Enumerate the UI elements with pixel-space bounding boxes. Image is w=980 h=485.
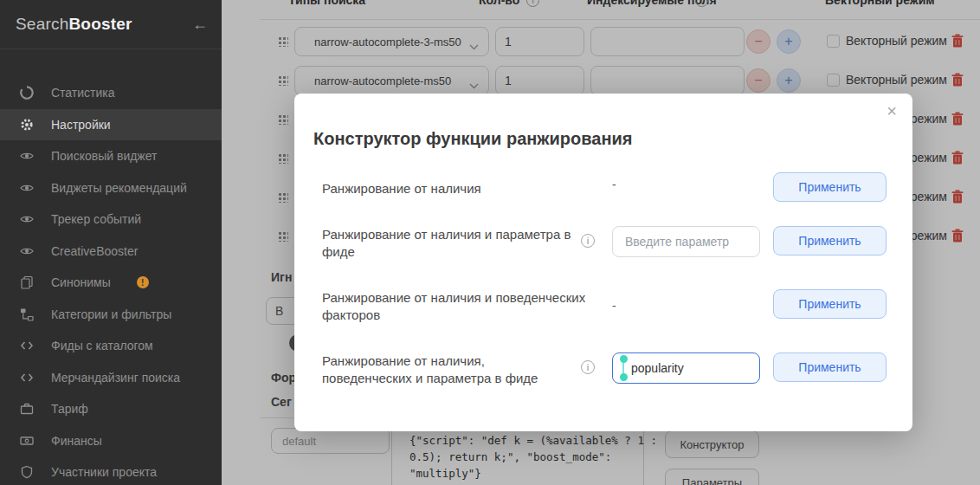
logo-part-search: Search: [16, 15, 68, 33]
sidebar: SearchBooster ← Статистика Настройки: [0, 0, 222, 485]
sidebar-item-settings[interactable]: Настройки: [0, 109, 222, 141]
ranking-option-row: Ранжирование от наличия и поведенческих …: [322, 289, 887, 320]
label-line: фиде: [322, 243, 592, 261]
ranking-option-label: Ранжирование от наличия и поведенческих …: [322, 289, 592, 324]
sidebar-item-label: Фиды с каталогом: [51, 339, 153, 352]
ranking-option-label: Ранжирование от наличия, поведенческих и…: [322, 352, 592, 387]
close-icon[interactable]: ×: [887, 102, 897, 120]
info-icon[interactable]: i: [581, 234, 595, 248]
sidebar-item-statistics[interactable]: Статистика: [0, 77, 222, 109]
label-line: Ранжирование от наличия и параметра в: [322, 226, 592, 243]
ranking-option-label: Ранжирование от наличия: [322, 180, 592, 197]
sidebar-item-label: Синонимы: [51, 275, 111, 289]
app-root: SearchBooster ← Статистика Настройки: [0, 0, 980, 485]
ranking-constructor-modal: Конструктор функции ранжирования × Ранжи…: [294, 94, 912, 431]
gear-icon: [19, 117, 34, 132]
info-icon[interactable]: i: [581, 360, 595, 374]
sidebar-item-tariff[interactable]: Тариф: [0, 393, 222, 425]
label-line: факторов: [322, 307, 592, 324]
sidebar-item-label: Настройки: [51, 118, 111, 132]
apply-button[interactable]: Применить: [773, 352, 887, 382]
sidebar-item-reco-widgets[interactable]: Виджеты рекомендаций: [0, 172, 222, 204]
code-icon: [19, 339, 34, 353]
ranking-option-label: Ранжирование от наличия и параметра в фи…: [322, 226, 592, 261]
ranking-option-row: Ранжирование от наличия и параметра в фи…: [322, 226, 887, 257]
sidebar-item-catalog-feeds[interactable]: Фиды с каталогом: [0, 330, 222, 362]
sidebar-item-finances[interactable]: Финансы: [0, 425, 222, 457]
sidebar-item-synonyms[interactable]: Синонимы !: [0, 267, 222, 299]
selection-handle-top-icon[interactable]: [620, 355, 628, 363]
copy-icon: [19, 275, 34, 290]
apply-button[interactable]: Применить: [773, 172, 887, 202]
eye-icon: [19, 180, 34, 195]
sidebar-item-label: Виджеты рекомендаций: [51, 181, 187, 195]
label-line: Ранжирование от наличия и поведенческих: [322, 289, 592, 307]
sidebar-collapse-icon[interactable]: ←: [192, 16, 208, 32]
ranking-option-row: Ранжирование от наличия - Применить: [322, 172, 887, 204]
eye-icon: [19, 243, 34, 258]
label-line: Ранжирование от наличия,: [322, 352, 592, 370]
sidebar-item-label: Тариф: [51, 402, 88, 416]
code-icon: [19, 370, 34, 385]
sitemap-icon: [19, 307, 34, 321]
sidebar-item-label: Финансы: [51, 434, 102, 448]
sidebar-item-project-members[interactable]: Участники проекта: [0, 456, 222, 485]
ranking-option-value: -: [612, 299, 616, 313]
sidebar-menu: Статистика Настройки Поисковый виджет Ви…: [0, 77, 222, 485]
warning-badge: !: [137, 276, 149, 288]
label-line: поведенческих и параметра в фиде: [322, 370, 592, 387]
parameter-input[interactable]: [612, 226, 760, 257]
shield-icon: [19, 465, 34, 480]
sidebar-item-search-merchandising[interactable]: Мерчандайзинг поиска: [0, 362, 222, 394]
modal-title: Конструктор функции ранжирования: [313, 129, 632, 149]
parameter-input-wrap: [612, 226, 760, 257]
sidebar-item-creativebooster[interactable]: CreativeBooster: [0, 236, 222, 268]
sidebar-item-categories-filters[interactable]: Категории и фильтры: [0, 299, 222, 331]
sidebar-item-search-widget[interactable]: Поисковый виджет: [0, 140, 222, 172]
sidebar-item-label: Категории и фильтры: [51, 307, 171, 321]
ranking-option-row: Ранжирование от наличия, поведенческих и…: [322, 352, 887, 384]
eye-icon: [19, 212, 34, 227]
sidebar-item-label: Поисковый виджет: [51, 149, 157, 163]
eye-icon: [19, 149, 34, 164]
sidebar-item-label: CreativeBooster: [51, 244, 138, 258]
parameter-input-wrap: [612, 352, 760, 384]
sidebar-item-label: Трекер событий: [51, 212, 141, 226]
ranking-option-value: -: [612, 178, 616, 191]
money-icon: [19, 433, 34, 448]
stats-icon: [19, 86, 34, 100]
app-logo: SearchBooster: [16, 15, 132, 34]
briefcase-icon: [19, 402, 34, 417]
selection-handle-bottom-icon[interactable]: [620, 373, 628, 381]
sidebar-item-label: Статистика: [51, 86, 115, 100]
sidebar-item-event-tracker[interactable]: Трекер событий: [0, 204, 222, 236]
apply-button[interactable]: Применить: [773, 289, 887, 319]
apply-button[interactable]: Применить: [773, 226, 887, 255]
sidebar-item-label: Мерчандайзинг поиска: [51, 371, 180, 385]
sidebar-item-label: Участники проекта: [51, 465, 157, 479]
sidebar-header: SearchBooster ←: [0, 0, 222, 49]
parameter-input-focused[interactable]: [612, 352, 760, 384]
logo-part-booster: Booster: [68, 15, 132, 33]
label-line: Ранжирование от наличия: [322, 180, 592, 197]
